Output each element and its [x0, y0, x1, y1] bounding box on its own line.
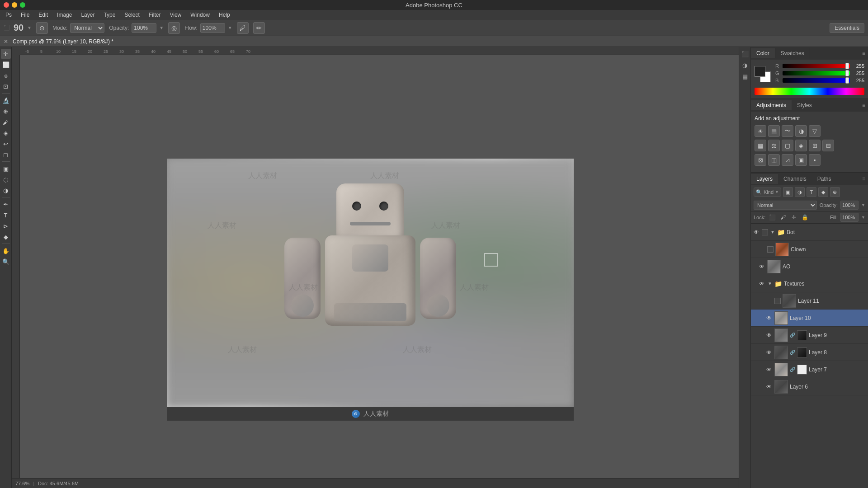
- tab-styles[interactable]: Styles: [792, 100, 817, 110]
- layer-item-textures-group[interactable]: 👁 ▼ 📁 Textures: [751, 275, 868, 292]
- b-slider-thumb[interactable]: [845, 77, 849, 84]
- visibility-layer10[interactable]: 👁: [765, 314, 773, 322]
- b-slider[interactable]: [783, 78, 850, 83]
- menu-select[interactable]: Select: [123, 11, 141, 19]
- panel-icon-adjust[interactable]: ◑: [740, 60, 750, 70]
- fg-bg-swatches[interactable]: [755, 66, 771, 82]
- layer-item-ao[interactable]: 👁 AO: [751, 258, 868, 275]
- menu-ps[interactable]: Ps: [4, 11, 14, 19]
- opacity-input[interactable]: [840, 201, 859, 210]
- color-panel-menu[interactable]: ≡: [862, 50, 868, 56]
- visibility-layer6[interactable]: 👁: [765, 383, 773, 390]
- tool-eyedropper[interactable]: 🔬: [1, 95, 11, 105]
- expand-bot-group[interactable]: ▼: [770, 230, 775, 235]
- g-slider[interactable]: [783, 71, 850, 75]
- menu-image[interactable]: Image: [55, 11, 74, 19]
- layer-item-clown[interactable]: Clown: [751, 241, 868, 258]
- layer-item-layer11[interactable]: Layer 11: [751, 292, 868, 310]
- tool-text[interactable]: T: [1, 210, 11, 220]
- color-spectrum[interactable]: [755, 88, 864, 95]
- tool-move[interactable]: ✛: [1, 49, 11, 59]
- gradient-map-icon[interactable]: ▣: [795, 154, 807, 166]
- fill-dropdown-icon[interactable]: ▼: [861, 215, 865, 220]
- opacity-input[interactable]: [132, 23, 156, 33]
- visibility-layer11[interactable]: [765, 297, 773, 305]
- tool-gradient[interactable]: ▣: [1, 164, 11, 174]
- check-clown[interactable]: [767, 246, 774, 253]
- opacity-dropdown-icon[interactable]: ▼: [861, 203, 865, 207]
- tab-channels[interactable]: Channels: [778, 174, 812, 184]
- hsl-icon[interactable]: ▦: [755, 140, 766, 151]
- canvas-area[interactable]: -5 5 10 15 20 25 30 35 40 45 50 55 60 65…: [12, 47, 739, 488]
- menu-window[interactable]: Window: [189, 11, 212, 19]
- expand-textures-group[interactable]: ▼: [767, 281, 773, 286]
- mode-select[interactable]: Normal Dissolve Multiply: [70, 23, 104, 33]
- g-slider-thumb[interactable]: [845, 70, 849, 76]
- menu-help[interactable]: Help: [217, 11, 232, 19]
- airbrush-button[interactable]: ◎: [168, 22, 180, 34]
- tool-brush[interactable]: 🖌: [1, 117, 11, 127]
- smoothing-button[interactable]: 🖊: [237, 22, 249, 34]
- canvas-image[interactable]: 人人素材 人人素材 人人素材 人人素材 人人素材 人人素材 人人素材 人人素材: [167, 159, 574, 407]
- tool-lasso[interactable]: ⌾: [1, 70, 11, 80]
- tool-eraser[interactable]: ◻: [1, 150, 11, 160]
- menu-filter[interactable]: Filter: [147, 11, 163, 19]
- pressure-button[interactable]: ✏: [253, 22, 265, 34]
- layer-item-layer7[interactable]: 👁 🔗 Layer 7: [751, 361, 868, 378]
- invert-icon[interactable]: ⊠: [755, 154, 766, 166]
- lock-transparent-icon[interactable]: ⬛: [768, 213, 776, 221]
- brush-size-control[interactable]: ⬛ 90 ▼: [4, 23, 32, 33]
- blend-mode-select[interactable]: Normal Multiply Screen: [754, 201, 817, 210]
- posterize-icon[interactable]: ◫: [768, 154, 780, 166]
- tool-shape[interactable]: ◆: [1, 232, 11, 242]
- visibility-layer8[interactable]: 👁: [765, 349, 773, 356]
- fg-color-swatch[interactable]: [755, 66, 765, 77]
- filter-type-icon[interactable]: T: [807, 187, 816, 197]
- tool-dodge[interactable]: ◑: [1, 185, 11, 195]
- vibrance-icon[interactable]: ▽: [809, 125, 821, 137]
- check-bot-group[interactable]: [762, 229, 768, 235]
- exposure-icon[interactable]: ◑: [795, 125, 807, 137]
- menu-edit[interactable]: Edit: [37, 11, 50, 19]
- kind-dropdown-icon[interactable]: ▼: [775, 190, 779, 194]
- tool-select-rect[interactable]: ⬜: [1, 60, 11, 70]
- layer-item-layer10[interactable]: 👁 Layer 10: [751, 310, 868, 327]
- panel-icon-layers[interactable]: ▤: [740, 71, 750, 81]
- threshold-icon[interactable]: ⊿: [782, 154, 793, 166]
- levels-icon[interactable]: ▤: [768, 125, 780, 137]
- tool-blur[interactable]: ◌: [1, 174, 11, 184]
- tab-adjustments[interactable]: Adjustments: [751, 100, 792, 110]
- r-slider-thumb[interactable]: [845, 63, 849, 69]
- essentials-button[interactable]: Essentials: [830, 23, 864, 33]
- layer-item-layer8[interactable]: 👁 🔗 Layer 8: [751, 344, 868, 361]
- visibility-textures-group[interactable]: 👁: [758, 280, 765, 287]
- close-tab-button[interactable]: ✕: [4, 38, 8, 45]
- color-lookup-icon[interactable]: ⊟: [822, 140, 834, 151]
- fill-input[interactable]: [840, 213, 859, 222]
- visibility-clown[interactable]: [758, 246, 765, 253]
- r-slider[interactable]: [783, 64, 850, 68]
- menu-layer[interactable]: Layer: [79, 11, 96, 19]
- tab-swatches[interactable]: Swatches: [775, 48, 810, 58]
- layer-item-layer6[interactable]: 👁 Layer 6: [751, 378, 868, 395]
- selective-color-icon[interactable]: ▪: [809, 154, 821, 166]
- color-balance-icon[interactable]: ⚖: [768, 140, 780, 151]
- photo-filter-icon[interactable]: ◈: [795, 140, 807, 151]
- tab-paths[interactable]: Paths: [812, 174, 837, 184]
- tab-color[interactable]: Color: [751, 48, 775, 58]
- channel-mixer-icon[interactable]: ⊞: [809, 140, 821, 151]
- window-controls[interactable]: [4, 2, 25, 8]
- tool-pen[interactable]: ✒: [1, 199, 11, 209]
- tool-stamp[interactable]: ◈: [1, 128, 11, 138]
- visibility-bot-group[interactable]: 👁: [753, 229, 760, 236]
- check-layer11[interactable]: [774, 298, 781, 304]
- minimize-button[interactable]: [12, 2, 17, 8]
- visibility-layer7[interactable]: 👁: [765, 366, 773, 373]
- brush-type-button[interactable]: ⊙: [36, 22, 48, 34]
- layer-item-layer9[interactable]: 👁 🔗 Layer 9: [751, 327, 868, 344]
- flow-input[interactable]: [200, 23, 225, 33]
- tab-layers[interactable]: Layers: [751, 174, 778, 184]
- lock-all-icon[interactable]: 🔒: [801, 213, 809, 221]
- adjustments-panel-menu[interactable]: ≡: [862, 102, 868, 108]
- lock-position-icon[interactable]: ✛: [790, 213, 798, 221]
